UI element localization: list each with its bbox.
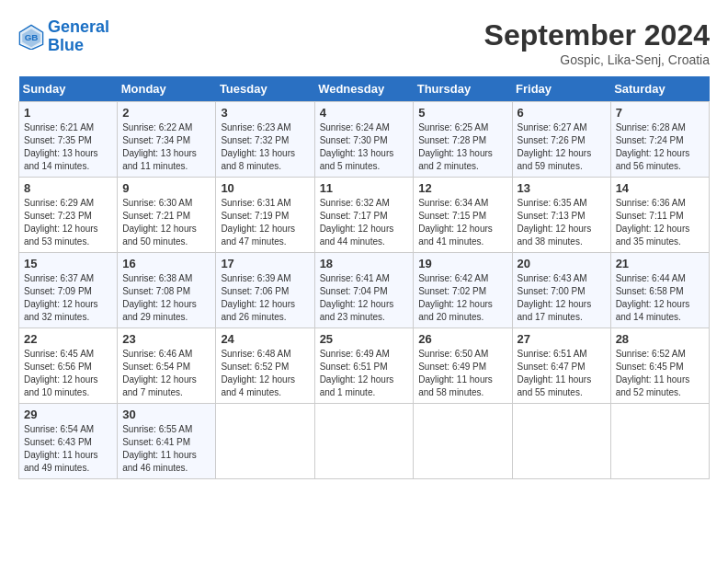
calendar-week-row: 29Sunrise: 6:54 AMSunset: 6:43 PMDayligh… bbox=[19, 404, 710, 479]
day-number: 13 bbox=[518, 181, 606, 195]
day-number: 24 bbox=[221, 332, 309, 346]
calendar-cell: 25Sunrise: 6:49 AMSunset: 6:51 PMDayligh… bbox=[314, 328, 414, 404]
day-header-sunday: Sunday bbox=[19, 76, 118, 102]
calendar-week-row: 15Sunrise: 6:37 AMSunset: 7:09 PMDayligh… bbox=[19, 253, 710, 328]
logo: GB General Blue bbox=[18, 18, 109, 55]
day-info: Sunrise: 6:42 AMSunset: 7:02 PMDaylight:… bbox=[418, 272, 506, 324]
calendar-cell: 1Sunrise: 6:21 AMSunset: 7:35 PMDaylight… bbox=[19, 102, 118, 178]
day-number: 6 bbox=[518, 106, 606, 120]
calendar-cell: 4Sunrise: 6:24 AMSunset: 7:30 PMDaylight… bbox=[314, 102, 414, 178]
calendar-cell: 26Sunrise: 6:50 AMSunset: 6:49 PMDayligh… bbox=[414, 328, 512, 404]
day-number: 25 bbox=[320, 332, 409, 346]
day-info: Sunrise: 6:44 AMSunset: 6:58 PMDaylight:… bbox=[616, 272, 704, 324]
calendar-week-row: 22Sunrise: 6:45 AMSunset: 6:56 PMDayligh… bbox=[19, 328, 710, 404]
day-info: Sunrise: 6:34 AMSunset: 7:15 PMDaylight:… bbox=[418, 197, 506, 248]
day-info: Sunrise: 6:31 AMSunset: 7:19 PMDaylight:… bbox=[221, 197, 309, 248]
day-number: 28 bbox=[616, 332, 704, 346]
day-header-saturday: Saturday bbox=[610, 76, 709, 102]
calendar-cell: 28Sunrise: 6:52 AMSunset: 6:45 PMDayligh… bbox=[610, 328, 709, 404]
calendar-cell: 12Sunrise: 6:34 AMSunset: 7:15 PMDayligh… bbox=[414, 178, 512, 253]
day-info: Sunrise: 6:49 AMSunset: 6:51 PMDaylight:… bbox=[320, 348, 409, 399]
day-info: Sunrise: 6:22 AMSunset: 7:34 PMDaylight:… bbox=[122, 121, 210, 173]
calendar-header-row: SundayMondayTuesdayWednesdayThursdayFrid… bbox=[19, 76, 710, 102]
day-info: Sunrise: 6:24 AMSunset: 7:30 PMDaylight:… bbox=[320, 121, 409, 173]
day-number: 3 bbox=[221, 106, 309, 120]
logo-line1: General bbox=[48, 17, 109, 36]
title-block: September 2024 Gospic, Lika-Senj, Croati… bbox=[484, 18, 710, 67]
day-number: 29 bbox=[24, 408, 112, 421]
calendar-cell: 23Sunrise: 6:46 AMSunset: 6:54 PMDayligh… bbox=[118, 328, 216, 404]
logo-icon: GB bbox=[18, 24, 44, 50]
calendar-cell: 3Sunrise: 6:23 AMSunset: 7:32 PMDaylight… bbox=[216, 102, 314, 178]
calendar-cell: 22Sunrise: 6:45 AMSunset: 6:56 PMDayligh… bbox=[19, 328, 118, 404]
day-number: 15 bbox=[24, 257, 112, 270]
day-info: Sunrise: 6:28 AMSunset: 7:24 PMDaylight:… bbox=[616, 121, 704, 173]
day-header-friday: Friday bbox=[512, 76, 610, 102]
day-number: 8 bbox=[24, 181, 112, 195]
day-number: 20 bbox=[518, 257, 606, 270]
day-number: 27 bbox=[518, 332, 606, 346]
day-number: 30 bbox=[122, 408, 210, 421]
day-info: Sunrise: 6:52 AMSunset: 6:45 PMDaylight:… bbox=[616, 348, 704, 399]
day-number: 5 bbox=[418, 106, 506, 120]
calendar-cell: 5Sunrise: 6:25 AMSunset: 7:28 PMDaylight… bbox=[414, 102, 512, 178]
day-info: Sunrise: 6:46 AMSunset: 6:54 PMDaylight:… bbox=[122, 348, 210, 399]
day-info: Sunrise: 6:32 AMSunset: 7:17 PMDaylight:… bbox=[320, 197, 409, 248]
day-info: Sunrise: 6:35 AMSunset: 7:13 PMDaylight:… bbox=[518, 197, 606, 248]
day-number: 23 bbox=[122, 332, 210, 346]
day-info: Sunrise: 6:21 AMSunset: 7:35 PMDaylight:… bbox=[24, 121, 112, 173]
calendar-cell: 17Sunrise: 6:39 AMSunset: 7:06 PMDayligh… bbox=[216, 253, 314, 328]
day-number: 7 bbox=[616, 106, 704, 120]
day-info: Sunrise: 6:27 AMSunset: 7:26 PMDaylight:… bbox=[518, 121, 606, 173]
logo-text: General Blue bbox=[48, 18, 109, 55]
day-header-tuesday: Tuesday bbox=[216, 76, 314, 102]
day-number: 16 bbox=[122, 257, 210, 270]
calendar-cell bbox=[414, 404, 512, 479]
svg-text:GB: GB bbox=[25, 32, 39, 42]
calendar-table: SundayMondayTuesdayWednesdayThursdayFrid… bbox=[18, 76, 710, 479]
calendar-cell: 27Sunrise: 6:51 AMSunset: 6:47 PMDayligh… bbox=[512, 328, 610, 404]
calendar-cell: 6Sunrise: 6:27 AMSunset: 7:26 PMDaylight… bbox=[512, 102, 610, 178]
calendar-cell bbox=[610, 404, 709, 479]
calendar-cell bbox=[216, 404, 314, 479]
day-number: 1 bbox=[24, 106, 112, 120]
day-header-thursday: Thursday bbox=[414, 76, 512, 102]
day-info: Sunrise: 6:54 AMSunset: 6:43 PMDaylight:… bbox=[24, 423, 112, 475]
day-info: Sunrise: 6:29 AMSunset: 7:23 PMDaylight:… bbox=[24, 197, 112, 248]
day-number: 10 bbox=[221, 181, 309, 195]
day-info: Sunrise: 6:30 AMSunset: 7:21 PMDaylight:… bbox=[122, 197, 210, 248]
calendar-cell: 9Sunrise: 6:30 AMSunset: 7:21 PMDaylight… bbox=[118, 178, 216, 253]
calendar-cell: 10Sunrise: 6:31 AMSunset: 7:19 PMDayligh… bbox=[216, 178, 314, 253]
day-number: 18 bbox=[320, 257, 409, 270]
day-number: 19 bbox=[418, 257, 506, 270]
day-header-monday: Monday bbox=[118, 76, 216, 102]
day-number: 22 bbox=[24, 332, 112, 346]
calendar-cell bbox=[512, 404, 610, 479]
day-info: Sunrise: 6:37 AMSunset: 7:09 PMDaylight:… bbox=[24, 272, 112, 324]
day-info: Sunrise: 6:51 AMSunset: 6:47 PMDaylight:… bbox=[518, 348, 606, 399]
month-title: September 2024 bbox=[484, 18, 710, 52]
calendar-cell: 8Sunrise: 6:29 AMSunset: 7:23 PMDaylight… bbox=[19, 178, 118, 253]
calendar-cell: 13Sunrise: 6:35 AMSunset: 7:13 PMDayligh… bbox=[512, 178, 610, 253]
calendar-cell: 30Sunrise: 6:55 AMSunset: 6:41 PMDayligh… bbox=[118, 404, 216, 479]
calendar-cell: 16Sunrise: 6:38 AMSunset: 7:08 PMDayligh… bbox=[118, 253, 216, 328]
day-info: Sunrise: 6:43 AMSunset: 7:00 PMDaylight:… bbox=[518, 272, 606, 324]
calendar-cell: 14Sunrise: 6:36 AMSunset: 7:11 PMDayligh… bbox=[610, 178, 709, 253]
calendar-cell: 2Sunrise: 6:22 AMSunset: 7:34 PMDaylight… bbox=[118, 102, 216, 178]
day-number: 14 bbox=[616, 181, 704, 195]
calendar-cell: 7Sunrise: 6:28 AMSunset: 7:24 PMDaylight… bbox=[610, 102, 709, 178]
day-info: Sunrise: 6:48 AMSunset: 6:52 PMDaylight:… bbox=[221, 348, 309, 399]
day-header-wednesday: Wednesday bbox=[314, 76, 414, 102]
calendar-cell: 11Sunrise: 6:32 AMSunset: 7:17 PMDayligh… bbox=[314, 178, 414, 253]
day-info: Sunrise: 6:55 AMSunset: 6:41 PMDaylight:… bbox=[122, 423, 210, 475]
day-info: Sunrise: 6:25 AMSunset: 7:28 PMDaylight:… bbox=[418, 121, 506, 173]
day-number: 9 bbox=[122, 181, 210, 195]
logo-line2: Blue bbox=[48, 36, 84, 54]
location-subtitle: Gospic, Lika-Senj, Croatia bbox=[484, 52, 710, 67]
day-number: 12 bbox=[418, 181, 506, 195]
day-number: 2 bbox=[122, 106, 210, 120]
day-info: Sunrise: 6:45 AMSunset: 6:56 PMDaylight:… bbox=[24, 348, 112, 399]
calendar-cell: 24Sunrise: 6:48 AMSunset: 6:52 PMDayligh… bbox=[216, 328, 314, 404]
day-number: 26 bbox=[418, 332, 506, 346]
day-number: 11 bbox=[320, 181, 409, 195]
